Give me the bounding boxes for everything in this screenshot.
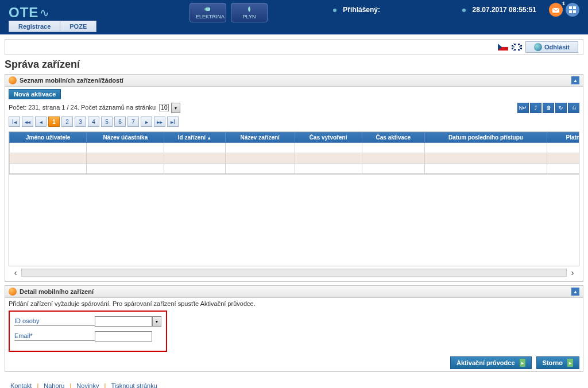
subnav-registration-button[interactable]: Registrace — [9, 21, 60, 32]
delete-icon[interactable]: 🗑 — [543, 103, 554, 113]
mail-icon[interactable]: 1 — [549, 3, 563, 17]
scroll-left-icon[interactable]: ‹ — [11, 268, 20, 277]
pager-page-6-button[interactable]: 6 — [114, 117, 126, 127]
page-title: Správa zařízení — [5, 59, 583, 71]
grid-empty-area — [9, 174, 579, 266]
flag-cz-icon[interactable] — [498, 44, 508, 51]
pager-page-7-button[interactable]: 7 — [127, 117, 139, 127]
pager-prev-button[interactable]: ◂ — [35, 117, 47, 127]
pager-page-3-button[interactable]: 3 — [75, 117, 86, 127]
cancel-button[interactable]: Storno ▸ — [536, 356, 579, 369]
footer-news-link[interactable]: Novinky — [76, 382, 99, 388]
chevron-right-icon: ▸ — [520, 359, 525, 367]
email-label: Email* — [14, 332, 95, 341]
svg-rect-6 — [569, 10, 572, 13]
scroll-right-icon[interactable]: › — [568, 268, 577, 277]
col-last-access[interactable]: Datum posledního přístupu — [425, 133, 547, 143]
bullet-icon — [462, 9, 466, 12]
footer-contact-link[interactable]: Kontakt — [10, 382, 32, 388]
svg-rect-4 — [569, 6, 572, 9]
count-prefix: Počet: 231, strana 1 / 24. — [9, 104, 81, 111]
pager-page-5-button[interactable]: 5 — [101, 117, 113, 127]
pager-fastback-button[interactable]: ◂◂ — [22, 117, 33, 127]
pager-fastfwd-button[interactable]: ▸▸ — [154, 117, 165, 127]
flag-en-icon[interactable] — [512, 44, 522, 51]
collapse-list-button[interactable]: ▲ — [571, 76, 579, 84]
table-row[interactable] — [10, 143, 580, 153]
topbar: Odhlásit — [5, 39, 583, 55]
pager-page-4-button[interactable]: 4 — [88, 117, 99, 127]
col-user-name[interactable]: Jméno uživatele — [10, 133, 87, 143]
new-activation-button[interactable]: Nová aktivace — [9, 89, 61, 99]
per-page-dropdown-arrow-icon[interactable]: ▾ — [171, 103, 180, 113]
footer-print-link[interactable]: Tisknout stránku — [111, 382, 157, 388]
nav-gas-button[interactable]: PLYN — [231, 3, 268, 22]
subnav-poze-button[interactable]: POZE — [60, 21, 96, 32]
export-icon[interactable]: ⤴ — [530, 103, 541, 113]
logout-button[interactable]: Odhlásit — [525, 41, 578, 53]
detail-hint: Přidání zařízení vyžaduje spárování. Pro… — [9, 300, 579, 307]
col-auth-valid[interactable]: Platnost autentizace — [547, 133, 579, 143]
footer: Kontakt | Nahoru | Novinky | Tisknout st… — [0, 375, 588, 388]
main-header: OTE ∿ ELEKTŘINA PLYN Přihlášený: 28.07.2… — [0, 0, 588, 34]
tiles-icon — [566, 3, 579, 17]
per-page-value: 10 — [159, 104, 169, 111]
logo: OTE ∿ — [9, 5, 49, 21]
plug-icon — [203, 6, 213, 13]
logged-in-text: Přihlášený: — [343, 6, 380, 14]
content: Správa zařízení Seznam mobilních zařízen… — [5, 59, 583, 372]
col-device-name[interactable]: Název zařízení — [225, 133, 295, 143]
col-device-id[interactable]: Id zařízení — [164, 133, 225, 143]
col-activated[interactable]: Čas aktivace — [362, 133, 424, 143]
logo-text: OTE — [9, 5, 38, 21]
nav-gas-label: PLYN — [243, 14, 256, 20]
count-row: Počet: 231, strana 1 / 24. Počet záznamů… — [9, 103, 579, 113]
pager-next-button[interactable]: ▸ — [141, 117, 152, 127]
count-text: Počet: 231, strana 1 / 24. Počet záznamů… — [9, 103, 180, 113]
col-created[interactable]: Čas vytvoření — [295, 133, 362, 143]
grid-wrapper: Jméno uživatele Název účastníka Id zaříz… — [9, 131, 579, 174]
list-panel-header: Seznam mobilních zařízení/žádostí ▲ — [5, 75, 583, 87]
new-record-icon[interactable]: N↵ — [517, 103, 529, 113]
nav-category-buttons: ELEKTŘINA PLYN — [189, 3, 268, 22]
pager-last-button[interactable]: ▸I — [167, 117, 179, 127]
detail-panel-title: Detail mobilního zařízení — [20, 288, 94, 295]
datetime-text: 28.07.2017 08:55:51 — [473, 6, 536, 14]
device-list-panel: Seznam mobilních zařízení/žádostí ▲ Nová… — [5, 74, 583, 282]
footer-links: Kontakt | Nahoru | Novinky | Tisknout st… — [7, 382, 581, 388]
col-participant[interactable]: Název účastníka — [87, 133, 164, 143]
footer-top-link[interactable]: Nahoru — [44, 382, 64, 388]
email-input[interactable] — [95, 331, 152, 342]
datetime-display: 28.07.2017 08:55:51 — [462, 6, 536, 14]
scroll-track[interactable] — [21, 269, 567, 277]
activation-wizard-button[interactable]: Aktivační průvodce ▸ — [450, 356, 531, 369]
id-person-label: ID osoby — [14, 317, 95, 326]
table-row[interactable] — [10, 164, 580, 174]
count-per-page-label: Počet záznamů na stránku — [81, 104, 156, 111]
bullet-icon — [333, 9, 336, 12]
detail-form-highlight: ID osoby ▾ Email* — [9, 311, 167, 352]
pager-first-button[interactable]: I◂ — [9, 117, 20, 127]
collapse-detail-button[interactable]: ▲ — [571, 288, 579, 296]
footer-separator: | — [37, 382, 38, 388]
horizontal-scrollbar: ‹ › — [9, 266, 579, 279]
cancel-button-label: Storno — [543, 359, 563, 366]
svg-rect-0 — [206, 7, 210, 11]
dashboard-icon[interactable] — [566, 3, 579, 17]
mail-count-badge: 1 — [562, 1, 565, 6]
pager-page-1-button[interactable]: 1 — [48, 117, 60, 127]
subnav: Registrace POZE — [9, 21, 96, 32]
nav-electricity-button[interactable]: ELEKTŘINA — [189, 3, 226, 22]
chevron-right-icon: ▸ — [567, 359, 573, 367]
id-person-dropdown-arrow-icon[interactable]: ▾ — [152, 316, 161, 327]
refresh-icon[interactable]: ↻ — [555, 103, 567, 113]
print-icon[interactable]: ⎙ — [568, 103, 579, 113]
id-person-select[interactable] — [95, 316, 152, 327]
pager-page-2-button[interactable]: 2 — [61, 117, 73, 127]
grid-toolbar: N↵ ⤴ 🗑 ↻ ⎙ — [517, 103, 579, 113]
nav-electricity-label: ELEKTŘINA — [196, 14, 225, 20]
detail-actions: Aktivační průvodce ▸ Storno ▸ — [9, 356, 579, 369]
panel-bullet-icon — [9, 288, 17, 296]
device-detail-panel: Detail mobilního zařízení ▲ Přidání zaří… — [5, 285, 583, 372]
table-row[interactable] — [10, 153, 580, 164]
